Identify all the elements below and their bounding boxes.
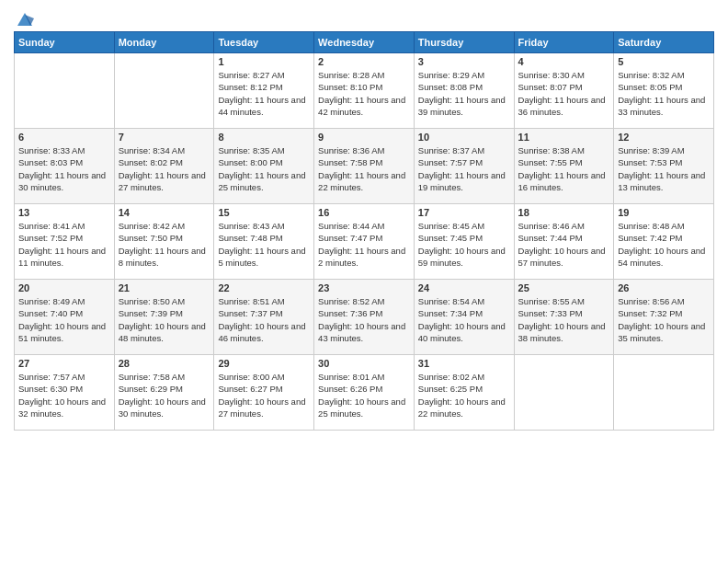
day-number: 3 [418,56,510,67]
day-info: Sunrise: 8:54 AM Sunset: 7:34 PM Dayligh… [418,295,510,344]
column-header-sunday: Sunday [15,32,115,53]
day-info: Sunrise: 7:58 AM Sunset: 6:29 PM Dayligh… [119,371,210,419]
calendar-cell: 15Sunrise: 8:43 AM Sunset: 7:48 PM Dayli… [214,204,314,280]
day-number: 18 [518,207,610,218]
day-number: 6 [18,132,110,143]
day-info: Sunrise: 8:36 AM Sunset: 7:58 PM Dayligh… [318,144,410,193]
day-number: 19 [618,207,710,218]
column-header-wednesday: Wednesday [314,32,415,53]
logo-icon [16,9,34,28]
day-info: Sunrise: 8:52 AM Sunset: 7:36 PM Dayligh… [318,295,410,344]
calendar-cell: 12Sunrise: 8:39 AM Sunset: 7:53 PM Dayli… [614,129,714,204]
calendar-row-3: 20Sunrise: 8:49 AM Sunset: 7:40 PM Dayli… [15,280,714,355]
calendar-cell: 11Sunrise: 8:38 AM Sunset: 7:55 PM Dayli… [514,129,614,204]
day-info: Sunrise: 8:42 AM Sunset: 7:50 PM Dayligh… [119,220,210,269]
day-number: 17 [418,207,510,218]
calendar-table: SundayMondayTuesdayWednesdayThursdayFrid… [14,31,714,431]
day-info: Sunrise: 8:30 AM Sunset: 8:07 PM Dayligh… [518,69,610,118]
day-info: Sunrise: 8:46 AM Sunset: 7:44 PM Dayligh… [518,220,610,269]
day-info: Sunrise: 8:55 AM Sunset: 7:33 PM Dayligh… [518,295,610,344]
calendar-cell: 21Sunrise: 8:50 AM Sunset: 7:39 PM Dayli… [114,280,214,355]
day-info: Sunrise: 8:27 AM Sunset: 8:12 PM Dayligh… [218,69,310,118]
day-info: Sunrise: 8:56 AM Sunset: 7:32 PM Dayligh… [618,295,710,344]
day-number: 30 [318,358,410,369]
day-number: 21 [119,282,210,293]
day-info: Sunrise: 8:44 AM Sunset: 7:47 PM Dayligh… [318,220,410,269]
day-number: 20 [18,282,110,293]
day-info: Sunrise: 8:48 AM Sunset: 7:42 PM Dayligh… [618,220,710,269]
column-header-friday: Friday [514,32,614,53]
calendar-cell: 13Sunrise: 8:41 AM Sunset: 7:52 PM Dayli… [15,204,115,280]
column-header-thursday: Thursday [414,32,514,53]
day-info: Sunrise: 8:32 AM Sunset: 8:05 PM Dayligh… [618,69,710,118]
day-info: Sunrise: 8:50 AM Sunset: 7:39 PM Dayligh… [119,295,210,344]
calendar-cell [514,355,614,431]
calendar-cell: 29Sunrise: 8:00 AM Sunset: 6:27 PM Dayli… [214,355,314,431]
calendar-cell: 7Sunrise: 8:34 AM Sunset: 8:02 PM Daylig… [114,129,214,204]
day-number: 11 [518,132,610,143]
calendar-cell: 31Sunrise: 8:02 AM Sunset: 6:25 PM Dayli… [414,355,514,431]
day-info: Sunrise: 8:41 AM Sunset: 7:52 PM Dayligh… [18,220,110,269]
day-number: 26 [618,282,710,293]
day-info: Sunrise: 8:38 AM Sunset: 7:55 PM Dayligh… [518,144,610,193]
calendar-row-1: 6Sunrise: 8:33 AM Sunset: 8:03 PM Daylig… [15,129,714,204]
calendar-cell: 18Sunrise: 8:46 AM Sunset: 7:44 PM Dayli… [514,204,614,280]
calendar-cell [15,53,115,129]
day-number: 7 [119,132,210,143]
day-info: Sunrise: 8:39 AM Sunset: 7:53 PM Dayligh… [618,144,710,193]
calendar-cell: 1Sunrise: 8:27 AM Sunset: 8:12 PM Daylig… [214,53,314,129]
day-number: 5 [618,56,710,67]
day-number: 13 [18,207,110,218]
calendar-cell [614,355,714,431]
page-container: SundayMondayTuesdayWednesdayThursdayFrid… [0,0,728,563]
calendar-cell: 8Sunrise: 8:35 AM Sunset: 8:00 PM Daylig… [214,129,314,204]
day-info: Sunrise: 8:37 AM Sunset: 7:57 PM Dayligh… [418,144,510,193]
calendar-cell: 4Sunrise: 8:30 AM Sunset: 8:07 PM Daylig… [514,53,614,129]
day-number: 12 [618,132,710,143]
day-info: Sunrise: 8:35 AM Sunset: 8:00 PM Dayligh… [218,144,310,193]
calendar-cell: 14Sunrise: 8:42 AM Sunset: 7:50 PM Dayli… [114,204,214,280]
column-header-tuesday: Tuesday [214,32,314,53]
calendar-cell: 26Sunrise: 8:56 AM Sunset: 7:32 PM Dayli… [614,280,714,355]
calendar-cell: 25Sunrise: 8:55 AM Sunset: 7:33 PM Dayli… [514,280,614,355]
calendar-cell: 6Sunrise: 8:33 AM Sunset: 8:03 PM Daylig… [15,129,115,204]
calendar-cell: 22Sunrise: 8:51 AM Sunset: 7:37 PM Dayli… [214,280,314,355]
day-number: 24 [418,282,510,293]
calendar-cell [114,53,214,129]
day-number: 23 [318,282,410,293]
calendar-row-0: 1Sunrise: 8:27 AM Sunset: 8:12 PM Daylig… [15,53,714,129]
day-info: Sunrise: 8:01 AM Sunset: 6:26 PM Dayligh… [318,371,410,419]
day-number: 31 [418,358,510,369]
column-header-monday: Monday [114,32,214,53]
day-info: Sunrise: 8:33 AM Sunset: 8:03 PM Dayligh… [18,144,110,193]
calendar-row-4: 27Sunrise: 7:57 AM Sunset: 6:30 PM Dayli… [15,355,714,431]
day-number: 16 [318,207,410,218]
day-info: Sunrise: 7:57 AM Sunset: 6:30 PM Dayligh… [18,371,110,419]
calendar-row-2: 13Sunrise: 8:41 AM Sunset: 7:52 PM Dayli… [15,204,714,280]
calendar-cell: 23Sunrise: 8:52 AM Sunset: 7:36 PM Dayli… [314,280,415,355]
column-header-saturday: Saturday [614,32,714,53]
calendar-cell: 17Sunrise: 8:45 AM Sunset: 7:45 PM Dayli… [414,204,514,280]
day-number: 25 [518,282,610,293]
calendar-cell: 3Sunrise: 8:29 AM Sunset: 8:08 PM Daylig… [414,53,514,129]
calendar-cell: 2Sunrise: 8:28 AM Sunset: 8:10 PM Daylig… [314,53,415,129]
day-info: Sunrise: 8:43 AM Sunset: 7:48 PM Dayligh… [218,220,310,269]
column-headers: SundayMondayTuesdayWednesdayThursdayFrid… [15,32,714,53]
calendar-cell: 19Sunrise: 8:48 AM Sunset: 7:42 PM Dayli… [614,204,714,280]
day-number: 1 [218,56,310,67]
day-info: Sunrise: 8:28 AM Sunset: 8:10 PM Dayligh… [318,69,410,118]
day-number: 29 [218,358,310,369]
day-number: 22 [218,282,310,293]
calendar-cell: 28Sunrise: 7:58 AM Sunset: 6:29 PM Dayli… [114,355,214,431]
day-number: 28 [119,358,210,369]
day-number: 2 [318,56,410,67]
day-number: 9 [318,132,410,143]
calendar-cell: 9Sunrise: 8:36 AM Sunset: 7:58 PM Daylig… [314,129,415,204]
day-number: 8 [218,132,310,143]
calendar-cell: 5Sunrise: 8:32 AM Sunset: 8:05 PM Daylig… [614,53,714,129]
day-number: 4 [518,56,610,67]
day-info: Sunrise: 8:45 AM Sunset: 7:45 PM Dayligh… [418,220,510,269]
day-number: 15 [218,207,310,218]
logo [14,9,34,24]
day-info: Sunrise: 8:51 AM Sunset: 7:37 PM Dayligh… [218,295,310,344]
